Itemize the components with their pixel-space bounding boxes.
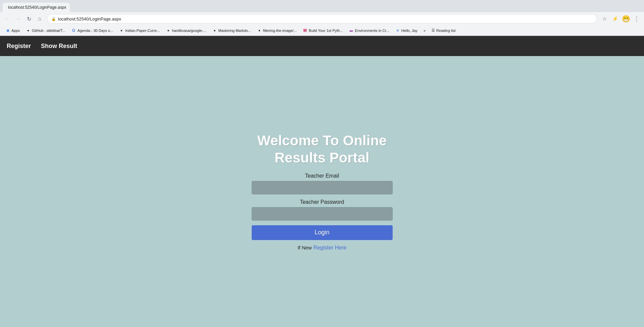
register-nav-link[interactable]: Register (7, 43, 31, 50)
address-bar[interactable]: 🔒 localhost:52540/LoginPage.aspx (47, 14, 597, 24)
register-prompt: If New Register Here (298, 245, 347, 251)
tab-title: localhost:52540/LoginPage.aspx (8, 5, 66, 10)
bookmark-build[interactable]: M Build Your 1st Pyth... (300, 28, 346, 34)
reading-list-button[interactable]: ☰ Reading list (429, 28, 458, 33)
bookmark-indian-label: Indian-Paper-Curre... (125, 29, 160, 33)
active-tab[interactable]: localhost:52540/LoginPage.aspx (3, 3, 70, 12)
bookmark-hello[interactable]: ⊕ Hello, Jay (393, 28, 420, 34)
bookmark-filtering-label: filtering-the-image/... (263, 29, 297, 33)
app-navbar: Register Show Result (0, 36, 644, 56)
bookmark-environments-label: Environments in Cr... (355, 29, 389, 33)
bookmark-github1-label: GitHub - atlekbai/T... (32, 29, 65, 33)
bookmark-environments[interactable]: ▬ Environments in Cr... (346, 28, 392, 34)
address-text: localhost:52540/LoginPage.aspx (58, 16, 121, 21)
menu-button[interactable]: ⋮ (632, 14, 641, 24)
register-here-link[interactable]: Register Here (313, 245, 347, 250)
bookmark-apps-label: Apps (11, 29, 20, 33)
lock-icon: 🔒 (51, 17, 56, 21)
bookmarks-bar: ▣ Apps ● GitHub - atlekbai/T... G Agenda… (0, 26, 644, 36)
password-input[interactable] (252, 207, 393, 221)
indian-icon: ● (119, 28, 124, 33)
extensions-button[interactable]: ⚡ (610, 14, 620, 24)
welcome-title: Welcome To Online Results Portal (257, 132, 387, 166)
reload-button[interactable]: ↻ (24, 14, 34, 24)
bookmark-agenda[interactable]: G Agenda - 30 Days o... (69, 28, 116, 34)
hello-icon: ⊕ (395, 28, 400, 33)
welcome-line1: Welcome To Online (257, 133, 387, 148)
bookmark-hardik-label: hardikvasa/google-... (172, 29, 206, 33)
email-input[interactable] (252, 181, 393, 194)
toolbar-right: ☆ ⚡ 😁 ⋮ (600, 14, 641, 24)
nav-buttons: ← → ↻ ⌂ (3, 14, 44, 24)
bookmark-mastering[interactable]: ● Mastering Markdo... (210, 28, 254, 34)
bookmark-indian[interactable]: ● Indian-Paper-Curre... (116, 28, 162, 34)
star-button[interactable]: ☆ (600, 14, 609, 24)
browser-toolbar: ← → ↻ ⌂ 🔒 localhost:52540/LoginPage.aspx… (0, 12, 644, 26)
browser-chrome: localhost:52540/LoginPage.aspx ← → ↻ ⌂ 🔒… (0, 0, 644, 36)
bookmark-github1[interactable]: ● GitHub - atlekbai/T... (23, 28, 68, 34)
home-button[interactable]: ⌂ (35, 14, 44, 24)
bookmark-agenda-label: Agenda - 30 Days o... (78, 29, 113, 33)
bookmark-build-label: Build Your 1st Pyth... (309, 29, 343, 33)
if-new-text: If New (298, 245, 312, 250)
reading-list-icon: ☰ (432, 28, 435, 33)
login-container: Welcome To Online Results Portal Teacher… (252, 132, 393, 251)
bookmark-apps[interactable]: ▣ Apps (3, 28, 22, 34)
tab-bar: localhost:52540/LoginPage.aspx (0, 0, 644, 12)
mastering-icon: ● (212, 28, 217, 33)
github1-icon: ● (26, 28, 31, 33)
back-button[interactable]: ← (3, 14, 12, 24)
agenda-icon: G (71, 28, 76, 33)
password-label: Teacher Password (300, 199, 344, 205)
welcome-line2: Results Portal (275, 150, 369, 166)
bookmark-mastering-label: Mastering Markdo... (218, 29, 251, 33)
apps-icon: ▣ (5, 28, 10, 33)
filtering-icon: ● (257, 28, 262, 33)
hardik-icon: ● (166, 28, 170, 33)
main-content: Welcome To Online Results Portal Teacher… (0, 56, 644, 327)
environments-icon: ▬ (349, 28, 354, 33)
profile-avatar[interactable]: 😁 (621, 14, 631, 24)
email-label: Teacher Email (305, 173, 339, 179)
build-icon: M (303, 28, 307, 33)
bookmark-more-label: » (424, 29, 426, 33)
show-result-nav-link[interactable]: Show Result (41, 43, 77, 50)
bookmark-hello-label: Hello, Jay (401, 29, 417, 33)
bookmark-filtering[interactable]: ● filtering-the-image/... (254, 28, 299, 34)
bookmark-more[interactable]: » (421, 28, 428, 33)
bookmark-hardik[interactable]: ● hardikvasa/google-... (163, 28, 209, 34)
login-button[interactable]: Login (252, 225, 393, 240)
forward-button[interactable]: → (13, 14, 23, 24)
reading-list-label: Reading list (436, 29, 455, 33)
